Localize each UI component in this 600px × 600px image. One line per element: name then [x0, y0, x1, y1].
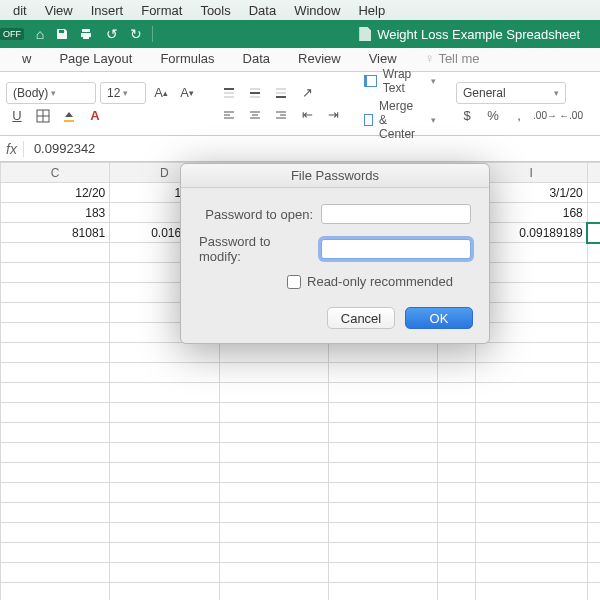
table-row[interactable] [1, 483, 601, 503]
print-icon[interactable] [79, 27, 97, 41]
increase-indent-icon[interactable]: ⇥ [322, 105, 344, 125]
increase-decimal-icon[interactable]: .00→ [534, 106, 556, 126]
decrease-decimal-icon[interactable]: ←.00 [560, 106, 582, 126]
tab-formulas[interactable]: Formulas [146, 47, 228, 71]
ribbon-tabs: w Page Layout Formulas Data Review View … [0, 48, 600, 72]
align-middle-icon[interactable] [244, 83, 266, 103]
comma-icon[interactable]: , [508, 106, 530, 126]
app-titlebar: OFF ⌂ ↺ ↻ Weight Loss Example Spreadshee… [0, 20, 600, 48]
orientation-icon[interactable]: ↗ [296, 83, 318, 103]
number-format-dropdown[interactable]: General▾ [456, 82, 566, 104]
font-name-value: (Body) [13, 86, 48, 100]
save-icon[interactable] [55, 27, 73, 41]
menu-insert[interactable]: Insert [82, 3, 133, 18]
document-title: Weight Loss Example Spreadsheet [377, 27, 580, 42]
cell[interactable]: 12/20 [1, 183, 110, 203]
tab-page-layout[interactable]: Page Layout [45, 47, 146, 71]
percent-icon[interactable]: % [482, 106, 504, 126]
menu-view[interactable]: View [36, 3, 82, 18]
table-row[interactable] [1, 523, 601, 543]
readonly-label: Read-only recommended [307, 274, 453, 289]
table-row[interactable] [1, 423, 601, 443]
table-row[interactable] [1, 563, 601, 583]
tell-me-label: Tell me [438, 51, 479, 66]
undo-icon[interactable]: ↺ [103, 26, 121, 42]
col-header-i[interactable]: I [475, 163, 587, 183]
merge-center-button[interactable]: Merge & Center▾ [364, 99, 436, 141]
file-passwords-dialog: File Passwords Password to open: Passwor… [180, 163, 490, 344]
selected-cell[interactable]: 0.0972973 [587, 223, 600, 243]
align-left-icon[interactable] [218, 105, 240, 125]
table-row[interactable] [1, 583, 601, 601]
tab-unknown[interactable]: w [8, 47, 45, 71]
cell[interactable]: 167 [587, 203, 600, 223]
align-top-icon[interactable] [218, 83, 240, 103]
cell[interactable]: 183 [1, 203, 110, 223]
redo-icon[interactable]: ↻ [127, 26, 145, 42]
password-open-input[interactable] [321, 204, 471, 224]
font-size-value: 12 [107, 86, 120, 100]
wrap-text-label: Wrap Text [383, 67, 422, 95]
menu-window[interactable]: Window [285, 3, 349, 18]
cell[interactable]: 0.09189189 [475, 223, 587, 243]
table-row[interactable] [1, 463, 601, 483]
font-color-icon[interactable]: A [84, 106, 106, 126]
table-row[interactable] [1, 343, 601, 363]
table-row[interactable] [1, 363, 601, 383]
increase-font-icon[interactable]: A▴ [150, 83, 172, 103]
document-icon [359, 27, 371, 41]
formula-value[interactable]: 0.0992342 [30, 141, 594, 156]
fx-icon[interactable]: fx [6, 141, 24, 157]
ok-button[interactable]: OK [405, 307, 473, 329]
border-icon[interactable] [32, 106, 54, 126]
merge-center-label: Merge & Center [379, 99, 422, 141]
wrap-text-button[interactable]: Wrap Text▾ [364, 67, 436, 95]
password-modify-label: Password to modify: [199, 234, 313, 264]
font-name-dropdown[interactable]: (Body)▾ [6, 82, 96, 104]
menu-edit[interactable]: dit [4, 3, 36, 18]
merge-icon [364, 114, 373, 126]
fill-color-icon[interactable] [58, 106, 80, 126]
cancel-button[interactable]: Cancel [327, 307, 395, 329]
decrease-font-icon[interactable]: A▾ [176, 83, 198, 103]
password-modify-input[interactable] [321, 239, 471, 259]
table-row[interactable] [1, 383, 601, 403]
table-row[interactable] [1, 503, 601, 523]
menu-format[interactable]: Format [132, 3, 191, 18]
menu-tools[interactable]: Tools [191, 3, 239, 18]
cell[interactable]: 168 [475, 203, 587, 223]
tab-data[interactable]: Data [229, 47, 284, 71]
ribbon: (Body)▾ 12▾ A▴ A▾ U A ↗ [0, 72, 600, 136]
home-icon[interactable]: ⌂ [31, 26, 49, 42]
password-open-label: Password to open: [205, 207, 313, 222]
underline-icon[interactable]: U [6, 106, 28, 126]
table-row[interactable] [1, 443, 601, 463]
cell[interactable]: 3/8/20 [587, 183, 600, 203]
menu-help[interactable]: Help [349, 3, 394, 18]
bulb-icon: ♀ [425, 51, 435, 66]
dialog-title: File Passwords [181, 164, 489, 188]
decrease-indent-icon[interactable]: ⇤ [296, 105, 318, 125]
number-format-value: General [463, 86, 506, 100]
tab-review[interactable]: Review [284, 47, 355, 71]
col-header-j[interactable]: J [587, 163, 600, 183]
readonly-checkbox[interactable] [287, 275, 301, 289]
formula-bar: fx 0.0992342 [0, 136, 600, 162]
table-row[interactable] [1, 403, 601, 423]
menu-data[interactable]: Data [240, 3, 285, 18]
table-row[interactable] [1, 543, 601, 563]
wrap-text-icon [364, 75, 377, 87]
font-size-dropdown[interactable]: 12▾ [100, 82, 146, 104]
autosave-toggle[interactable]: OFF [0, 28, 24, 40]
mac-menubar: dit View Insert Format Tools Data Window… [0, 0, 600, 20]
cell[interactable]: 81081 [1, 223, 110, 243]
align-center-icon[interactable] [244, 105, 266, 125]
cell[interactable]: 3/1/20 [475, 183, 587, 203]
currency-icon[interactable]: $ [456, 106, 478, 126]
align-bottom-icon[interactable] [270, 83, 292, 103]
col-header-c[interactable]: C [1, 163, 110, 183]
svg-rect-3 [64, 120, 74, 122]
align-right-icon[interactable] [270, 105, 292, 125]
